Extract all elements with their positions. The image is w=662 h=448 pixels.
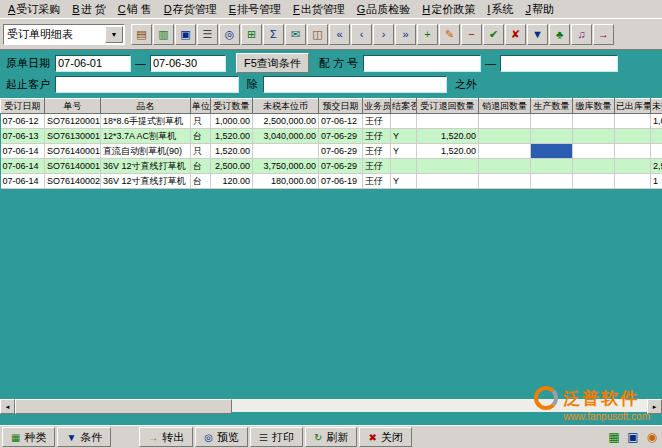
menu-item-purchase[interactable]: A受订采购 <box>2 1 66 18</box>
cell-warehoused-qty[interactable] <box>573 129 615 144</box>
cell-warehoused-qty[interactable] <box>573 114 615 129</box>
cancel-icon[interactable]: ✘ <box>505 24 526 45</box>
menu-item-quality[interactable]: G品质检验 <box>351 1 417 18</box>
cell-product[interactable]: 12*3.7A AC割草机 <box>101 129 191 144</box>
menu-item-incoming[interactable]: B进 货 <box>66 1 111 18</box>
col-header-salesman[interactable]: 业务员 <box>363 99 391 114</box>
close-button[interactable]: ✖ 关闭 <box>359 427 411 447</box>
cell-order-no[interactable]: SO76140001 <box>45 159 101 174</box>
cell-shipped-qty[interactable] <box>615 114 651 129</box>
cell-due-date[interactable]: 07-06-29 <box>319 159 363 174</box>
cell-order-date[interactable]: 07-06-13 <box>1 129 45 144</box>
cell-closed[interactable]: Y <box>391 129 417 144</box>
col-header-qty[interactable]: 受订数量 <box>211 99 253 114</box>
menu-item-shipping[interactable]: F出货管理 <box>287 1 351 18</box>
cell-unit[interactable]: 台 <box>191 174 211 189</box>
cell-unit[interactable]: 只 <box>191 114 211 129</box>
cell-qty[interactable]: 1,000.00 <box>211 114 253 129</box>
cell-due-date[interactable]: 07-06-29 <box>319 144 363 159</box>
copy-icon[interactable]: ◫ <box>307 24 328 45</box>
cell-sales-return-qty[interactable] <box>479 114 531 129</box>
menu-item-scheduling[interactable]: E排号管理 <box>223 1 287 18</box>
ok-icon[interactable]: ✔ <box>483 24 504 45</box>
customer-except-input[interactable] <box>263 76 447 93</box>
cell-unit[interactable]: 只 <box>191 144 211 159</box>
cell-warehoused-qty[interactable] <box>573 144 615 159</box>
cell-salesman[interactable]: 王仔 <box>363 159 391 174</box>
sum-icon[interactable]: Σ <box>263 24 284 45</box>
globe-icon[interactable]: ◉ <box>644 429 660 445</box>
scroll-left-icon[interactable]: ◂ <box>0 399 15 414</box>
preview-button[interactable]: ◎ 预览 <box>195 427 248 447</box>
table-row[interactable]: 07-06-14 SO76140002 36V 12寸直线打草机 台 120.0… <box>1 174 662 189</box>
cell-production-qty[interactable] <box>531 159 573 174</box>
col-header-return-qty[interactable]: 受订退回数量 <box>417 99 479 114</box>
date-to-input[interactable] <box>150 55 226 72</box>
cell-shipped-qty[interactable] <box>615 159 651 174</box>
cell-order-date[interactable]: 07-06-14 <box>1 174 45 189</box>
print-button[interactable]: ☰ 打印 <box>250 427 303 447</box>
cell-return-qty[interactable]: 1,520.00 <box>417 129 479 144</box>
menu-item-sales[interactable]: C销 售 <box>112 1 158 18</box>
cell-order-date[interactable]: 07-06-14 <box>1 159 45 174</box>
cell-sales-return-qty[interactable] <box>479 159 531 174</box>
cell-product[interactable]: 36V 12寸直线打草机 <box>101 159 191 174</box>
menu-item-pricing[interactable]: H定价政策 <box>416 1 481 18</box>
cell-sales-return-qty[interactable] <box>479 129 531 144</box>
cell-due-date[interactable]: 07-06-29 <box>319 129 363 144</box>
cell-salesman[interactable]: 王仔 <box>363 174 391 189</box>
print-icon[interactable]: ☰ <box>197 24 218 45</box>
cell-qty[interactable]: 1,520.00 <box>211 129 253 144</box>
cell-product[interactable]: 18*8.6手提式割草机 <box>101 114 191 129</box>
cell-amount[interactable]: 180,000.00 <box>253 174 319 189</box>
chevron-down-icon[interactable]: ▼ <box>105 26 123 43</box>
selected-cell[interactable] <box>531 144 573 159</box>
save-icon[interactable]: ▣ <box>175 24 196 45</box>
col-header-order-no[interactable]: 单号 <box>45 99 101 114</box>
table-row[interactable]: 07-06-12 SO76120001 18*8.6手提式割草机 只 1,000… <box>1 114 662 129</box>
cell-shipped-qty[interactable] <box>615 129 651 144</box>
clover-icon[interactable]: ♣ <box>549 24 570 45</box>
cell-order-no[interactable]: SO76120001 <box>45 114 101 129</box>
conditions-button[interactable]: ▼ 条件 <box>57 427 111 447</box>
cell-return-qty[interactable] <box>417 159 479 174</box>
formula-to-input[interactable] <box>500 55 618 72</box>
cell-unshipped-qty[interactable]: 1,0 <box>651 114 662 129</box>
col-header-warehoused-qty[interactable]: 缴库数量 <box>573 99 615 114</box>
cell-production-qty[interactable] <box>531 114 573 129</box>
cell-salesman[interactable]: 王仔 <box>363 144 391 159</box>
cell-warehoused-qty[interactable] <box>573 159 615 174</box>
cell-unshipped-qty[interactable]: 2,5 <box>651 159 662 174</box>
table-row[interactable]: 07-06-13 SO76130001 12*3.7A AC割草机 台 1,52… <box>1 129 662 144</box>
ledger-icon[interactable]: ▥ <box>153 24 174 45</box>
cell-order-no[interactable]: SO76130001 <box>45 129 101 144</box>
next-record-icon[interactable]: › <box>373 24 394 45</box>
cell-return-qty[interactable] <box>417 174 479 189</box>
col-header-sales-return-qty[interactable]: 销退回数量 <box>479 99 531 114</box>
cell-product[interactable]: 36V 12寸直线打草机 <box>101 174 191 189</box>
col-header-product[interactable]: 品名 <box>101 99 191 114</box>
disk-icon[interactable]: ▣ <box>625 429 641 445</box>
cell-closed[interactable] <box>391 159 417 174</box>
cell-qty[interactable]: 120.00 <box>211 174 253 189</box>
cell-order-no[interactable]: SO76140002 <box>45 174 101 189</box>
cell-order-date[interactable]: 07-06-14 <box>1 144 45 159</box>
refresh-button[interactable]: ↻ 刷新 <box>305 427 357 447</box>
col-header-closed[interactable]: 结案否 <box>391 99 417 114</box>
customer-from-input[interactable] <box>55 76 239 93</box>
menu-item-inventory[interactable]: D存货管理 <box>158 1 223 18</box>
cell-closed[interactable]: Y <box>391 174 417 189</box>
exit-icon[interactable]: → <box>593 24 614 45</box>
cell-salesman[interactable]: 王仔 <box>363 129 391 144</box>
cell-return-qty[interactable] <box>417 114 479 129</box>
cell-unshipped-qty[interactable]: 1 <box>651 174 662 189</box>
cell-unshipped-qty[interactable] <box>651 144 662 159</box>
col-header-amount[interactable]: 未税本位币 <box>253 99 319 114</box>
col-header-shipped-qty[interactable]: 已出库量 <box>615 99 651 114</box>
cell-due-date[interactable]: 07-06-19 <box>319 174 363 189</box>
excel-icon[interactable]: ⊞ <box>241 24 262 45</box>
cell-product[interactable]: 直流自动割草机(90) <box>101 144 191 159</box>
date-from-input[interactable] <box>55 55 131 72</box>
cell-amount[interactable]: 2,500,000.00 <box>253 114 319 129</box>
cell-qty[interactable]: 2,500.00 <box>211 159 253 174</box>
